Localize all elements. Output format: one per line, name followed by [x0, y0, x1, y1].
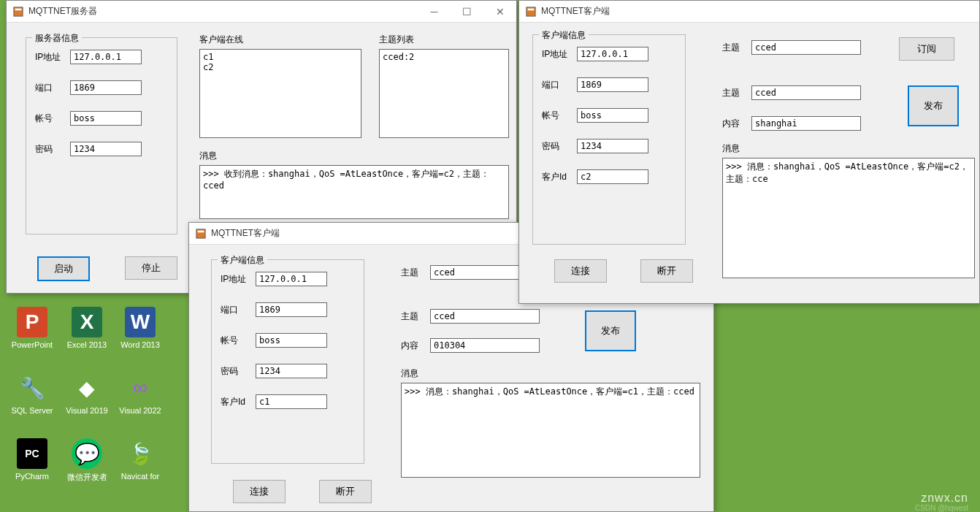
online-clients-list[interactable] [199, 49, 361, 138]
window-title: MQTTNET客户端 [541, 5, 979, 18]
user-input[interactable] [256, 333, 327, 348]
pub-topic-input[interactable] [430, 309, 540, 324]
word-icon: W [125, 307, 156, 337]
sub-topic-input[interactable] [751, 40, 861, 55]
label-port: 端口 [35, 82, 70, 94]
svg-rect-5 [528, 8, 535, 10]
label-port: 端口 [221, 304, 256, 316]
group-title: 服务器信息 [32, 32, 82, 45]
close-button[interactable]: ✕ [483, 1, 516, 23]
msg-log[interactable] [401, 383, 700, 478]
disconnect-button[interactable]: 断开 [640, 259, 693, 283]
label-cid: 客户Id [542, 171, 577, 183]
connect-button[interactable]: 连接 [233, 480, 286, 503]
desktop-icon-label: PowerPoint [7, 340, 57, 349]
clientid-input[interactable] [577, 169, 648, 184]
titlebar[interactable]: MQTTNET服务器 ─ ☐ ✕ [7, 1, 516, 23]
pass-input[interactable] [70, 142, 142, 156]
desktop-icon-wechat-dev[interactable]: 💬 微信开发者 [62, 438, 112, 483]
pycharm-icon: PC [17, 438, 47, 469]
label-sub-topic: 主题 [401, 267, 430, 279]
msg-label: 消息 [199, 150, 509, 162]
label-cid: 客户Id [221, 396, 256, 408]
connect-button[interactable]: 连接 [554, 259, 607, 283]
desktop-icon-navicat[interactable]: 🍃 Navicat for [115, 438, 165, 481]
desktop-icon-excel[interactable]: X Excel 2013 [62, 307, 112, 349]
desktop-icon-label: Excel 2013 [62, 340, 112, 349]
topics-label: 主题列表 [379, 34, 509, 46]
disconnect-button[interactable]: 断开 [319, 480, 372, 503]
publish-button[interactable]: 发布 [908, 85, 959, 126]
label-user: 帐号 [35, 112, 70, 125]
watermark-sub: CSDN @hqwest [915, 504, 968, 512]
group-title: 客户端信息 [218, 254, 267, 267]
port-input[interactable] [70, 80, 142, 95]
desktop-icon-label: SQL Server [7, 406, 57, 415]
ip-input[interactable] [577, 47, 648, 61]
minimize-button[interactable]: ─ [418, 1, 451, 23]
server-info-group: 服务器信息 IP地址 端口 帐号 密码 [26, 37, 177, 234]
publish-button[interactable]: 发布 [585, 310, 636, 351]
vs2022-icon: ∞ [125, 372, 156, 403]
svg-rect-1 [15, 8, 22, 10]
app-icon [12, 6, 24, 18]
label-pass: 密码 [35, 143, 70, 156]
desktop-icon-label: Visual 2022 [115, 406, 165, 415]
maximize-button[interactable]: ☐ [451, 1, 483, 23]
start-button[interactable]: 启动 [37, 256, 90, 281]
stop-button[interactable]: 停止 [125, 256, 177, 280]
msg-log[interactable] [722, 158, 975, 278]
wechat-icon: 💬 [72, 438, 102, 469]
msg-label: 消息 [722, 142, 975, 155]
client-info-group: 客户端信息 IP地址 端口 帐号 密码 客户Id [211, 259, 364, 464]
titlebar[interactable]: MQTTNET客户端 [519, 1, 979, 23]
vs2019-icon: ◆ [72, 372, 102, 403]
label-ip: IP地址 [35, 51, 70, 64]
pass-input[interactable] [256, 364, 327, 378]
clientid-input[interactable] [256, 394, 327, 409]
excel-icon: X [72, 307, 102, 337]
online-label: 客户端在线 [199, 34, 361, 46]
desktop-icon-sqlserver[interactable]: 🔧 SQL Server [7, 372, 57, 415]
content-input[interactable] [430, 338, 540, 353]
client-info-group: 客户端信息 IP地址 端口 帐号 密码 客户Id [532, 34, 686, 245]
desktop-icon-powerpoint[interactable]: P PowerPoint [7, 307, 57, 349]
label-pub-topic: 主题 [722, 87, 751, 99]
label-user: 帐号 [221, 335, 256, 347]
app-icon [195, 228, 207, 240]
watermark: znwx.cn [921, 492, 968, 505]
desktop-icon-vs2019[interactable]: ◆ Visual 2019 [62, 372, 112, 415]
ip-input[interactable] [256, 272, 327, 286]
pub-topic-input[interactable] [751, 85, 861, 100]
ip-input[interactable] [70, 50, 142, 64]
pass-input[interactable] [577, 139, 648, 153]
desktop-icon-pycharm[interactable]: PC PyCharm [7, 438, 57, 481]
label-pass: 密码 [221, 365, 256, 378]
user-input[interactable] [70, 111, 142, 126]
label-pass: 密码 [542, 140, 577, 153]
desktop-icon-label: Navicat for [115, 472, 165, 481]
label-ip: IP地址 [542, 48, 577, 61]
label-pub-topic: 主题 [401, 310, 430, 323]
port-input[interactable] [577, 77, 648, 92]
desktop-icon-label: 微信开发者 [62, 472, 112, 483]
user-input[interactable] [577, 108, 648, 123]
label-content: 内容 [401, 340, 430, 352]
msg-label: 消息 [401, 367, 700, 380]
svg-rect-3 [198, 230, 204, 232]
port-input[interactable] [256, 302, 327, 317]
navicat-icon: 🍃 [125, 438, 156, 469]
group-title: 客户端信息 [539, 29, 589, 42]
client2-window: MQTTNET客户端 客户端信息 IP地址 端口 帐号 密码 客户Id [518, 0, 980, 304]
topics-list[interactable] [379, 49, 509, 138]
desktop-icon-vs2022[interactable]: ∞ Visual 2022 [115, 372, 165, 415]
subscribe-button[interactable]: 订阅 [899, 37, 954, 61]
label-user: 帐号 [542, 110, 577, 122]
powerpoint-icon: P [17, 307, 47, 337]
content-input[interactable] [751, 116, 861, 131]
app-icon [525, 6, 537, 18]
desktop-icon-word[interactable]: W Word 2013 [115, 307, 165, 349]
label-ip: IP地址 [221, 273, 256, 286]
label-port: 端口 [542, 79, 577, 91]
msg-log[interactable] [199, 165, 509, 219]
